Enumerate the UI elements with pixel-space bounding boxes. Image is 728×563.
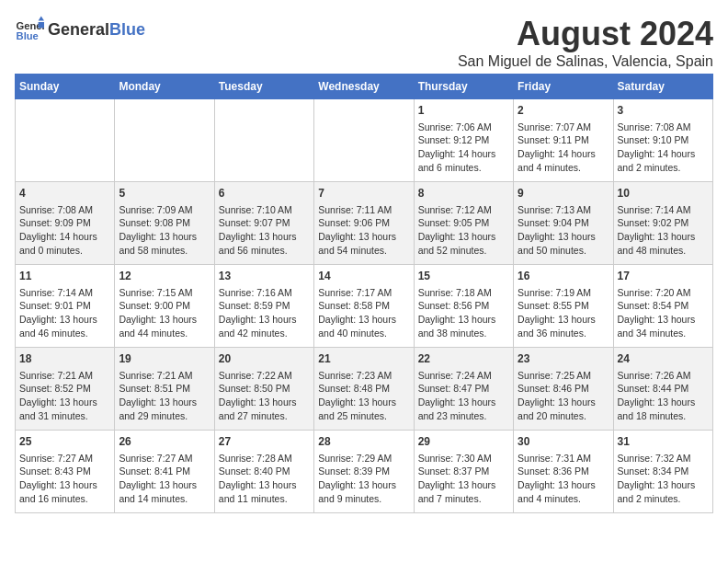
day-number: 6 xyxy=(219,186,310,201)
day-info: Daylight: 14 hours xyxy=(518,147,609,161)
calendar-cell xyxy=(314,99,414,182)
day-info: Daylight: 13 hours xyxy=(318,396,409,409)
day-info: Sunrise: 7:19 AM xyxy=(518,286,609,300)
day-info: Sunset: 9:11 PM xyxy=(518,133,609,147)
calendar-cell: 14Sunrise: 7:17 AMSunset: 8:58 PMDayligh… xyxy=(314,265,414,348)
day-number: 27 xyxy=(219,434,310,450)
day-info: Sunrise: 7:18 AM xyxy=(418,286,509,300)
day-info: and 40 minutes. xyxy=(318,327,409,340)
day-info: Sunset: 8:47 PM xyxy=(418,382,509,396)
day-info: and 7 minutes. xyxy=(418,492,509,506)
calendar-cell: 20Sunrise: 7:22 AMSunset: 8:50 PMDayligh… xyxy=(214,348,313,431)
day-info: and 23 minutes. xyxy=(418,409,509,423)
day-info: Sunrise: 7:12 AM xyxy=(418,203,509,217)
day-header-sunday: Sunday xyxy=(16,75,115,99)
day-number: 4 xyxy=(19,186,110,201)
calendar-cell xyxy=(115,99,214,182)
day-header-thursday: Thursday xyxy=(414,75,513,99)
day-info: Sunrise: 7:28 AM xyxy=(219,452,310,465)
calendar-cell: 12Sunrise: 7:15 AMSunset: 9:00 PMDayligh… xyxy=(115,265,214,348)
day-number: 30 xyxy=(518,434,609,450)
svg-text:Blue: Blue xyxy=(17,30,39,41)
day-info: and 52 minutes. xyxy=(418,244,509,258)
calendar-header-row: SundayMondayTuesdayWednesdayThursdayFrid… xyxy=(16,75,713,99)
day-info: Daylight: 13 hours xyxy=(518,313,609,327)
day-number: 8 xyxy=(418,186,509,201)
day-info: Daylight: 14 hours xyxy=(19,230,110,244)
day-info: Sunset: 9:00 PM xyxy=(119,299,210,313)
day-info: and 4 minutes. xyxy=(518,492,609,506)
calendar-cell: 8Sunrise: 7:12 AMSunset: 9:05 PMDaylight… xyxy=(414,182,513,265)
day-info: Daylight: 13 hours xyxy=(618,230,709,244)
calendar-cell: 18Sunrise: 7:21 AMSunset: 8:52 PMDayligh… xyxy=(16,348,115,431)
day-info: Sunset: 8:51 PM xyxy=(119,382,210,396)
day-number: 12 xyxy=(119,269,210,284)
day-number: 11 xyxy=(19,269,110,284)
day-info: and 54 minutes. xyxy=(318,244,409,258)
calendar-week-4: 18Sunrise: 7:21 AMSunset: 8:52 PMDayligh… xyxy=(16,348,713,431)
day-info: Daylight: 13 hours xyxy=(19,396,110,409)
day-info: Sunset: 8:39 PM xyxy=(318,465,409,478)
day-info: and 4 minutes. xyxy=(518,161,609,175)
day-info: Daylight: 13 hours xyxy=(119,396,210,409)
day-info: and 42 minutes. xyxy=(219,327,310,340)
day-number: 28 xyxy=(318,434,409,450)
day-info: Daylight: 13 hours xyxy=(119,230,210,244)
day-info: and 2 minutes. xyxy=(618,492,709,506)
day-info: Daylight: 13 hours xyxy=(318,478,409,492)
day-info: and 6 minutes. xyxy=(418,161,509,175)
logo-icon: General Blue xyxy=(15,15,44,44)
day-info: Sunrise: 7:22 AM xyxy=(219,369,310,383)
calendar-week-5: 25Sunrise: 7:27 AMSunset: 8:43 PMDayligh… xyxy=(16,431,713,513)
day-info: Sunrise: 7:26 AM xyxy=(618,369,709,383)
day-info: Sunset: 8:59 PM xyxy=(219,299,310,313)
day-info: and 20 minutes. xyxy=(518,409,609,423)
calendar-cell: 31Sunrise: 7:32 AMSunset: 8:34 PMDayligh… xyxy=(613,431,712,513)
day-number: 24 xyxy=(618,351,709,367)
calendar-cell: 6Sunrise: 7:10 AMSunset: 9:07 PMDaylight… xyxy=(214,182,313,265)
day-info: Sunrise: 7:11 AM xyxy=(318,203,409,217)
day-info: Sunset: 8:40 PM xyxy=(219,465,310,478)
calendar-cell: 1Sunrise: 7:06 AMSunset: 9:12 PMDaylight… xyxy=(414,99,513,182)
calendar-cell: 4Sunrise: 7:08 AMSunset: 9:09 PMDaylight… xyxy=(16,182,115,265)
day-info: and 11 minutes. xyxy=(219,492,310,506)
day-number: 17 xyxy=(618,269,709,284)
day-info: and 31 minutes. xyxy=(19,409,110,423)
day-info: and 18 minutes. xyxy=(618,409,709,423)
day-info: Sunrise: 7:09 AM xyxy=(119,203,210,217)
day-info: Sunset: 8:56 PM xyxy=(418,299,509,313)
day-info: Daylight: 14 hours xyxy=(418,147,509,161)
day-info: and 14 minutes. xyxy=(119,492,210,506)
calendar-cell: 13Sunrise: 7:16 AMSunset: 8:59 PMDayligh… xyxy=(214,265,313,348)
day-info: Sunset: 8:37 PM xyxy=(418,465,509,478)
day-info: Daylight: 13 hours xyxy=(518,396,609,409)
day-info: and 16 minutes. xyxy=(19,492,110,506)
calendar-cell: 17Sunrise: 7:20 AMSunset: 8:54 PMDayligh… xyxy=(613,265,712,348)
calendar-table: SundayMondayTuesdayWednesdayThursdayFrid… xyxy=(15,74,713,513)
day-number: 16 xyxy=(518,269,609,284)
day-number: 9 xyxy=(518,186,609,201)
day-number: 14 xyxy=(318,269,409,284)
calendar-cell: 30Sunrise: 7:31 AMSunset: 8:36 PMDayligh… xyxy=(514,431,613,513)
day-info: Sunset: 9:10 PM xyxy=(618,133,709,147)
page-title: August 2024 xyxy=(458,15,713,53)
day-info: and 29 minutes. xyxy=(119,409,210,423)
day-info: Sunrise: 7:07 AM xyxy=(518,121,609,134)
day-info: Daylight: 13 hours xyxy=(418,478,509,492)
svg-marker-3 xyxy=(39,22,44,28)
calendar-cell: 25Sunrise: 7:27 AMSunset: 8:43 PMDayligh… xyxy=(16,431,115,513)
day-info: Sunrise: 7:14 AM xyxy=(19,286,110,300)
day-info: Daylight: 13 hours xyxy=(119,313,210,327)
day-header-monday: Monday xyxy=(115,75,214,99)
day-info: Daylight: 13 hours xyxy=(318,313,409,327)
day-number: 21 xyxy=(318,351,409,367)
day-info: Daylight: 13 hours xyxy=(219,230,310,244)
calendar-cell: 7Sunrise: 7:11 AMSunset: 9:06 PMDaylight… xyxy=(314,182,414,265)
day-info: Sunrise: 7:17 AM xyxy=(318,286,409,300)
logo: General Blue General Blue xyxy=(15,15,145,44)
calendar-cell xyxy=(214,99,313,182)
day-info: Sunrise: 7:32 AM xyxy=(618,452,709,465)
day-info: Sunrise: 7:06 AM xyxy=(418,121,509,134)
day-info: Sunset: 9:06 PM xyxy=(318,216,409,230)
logo-text-general: General xyxy=(48,20,109,40)
